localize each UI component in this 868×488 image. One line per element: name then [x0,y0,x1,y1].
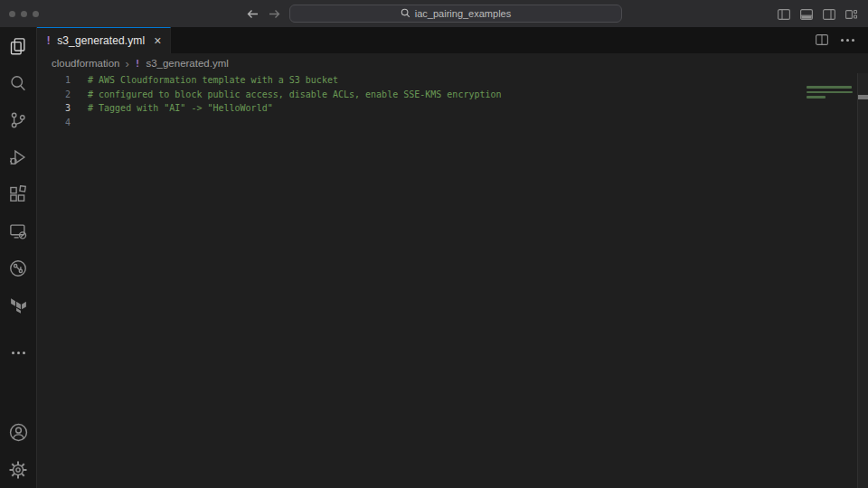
remote-explorer-icon[interactable] [0,212,37,249]
split-editor-icon[interactable] [816,33,828,49]
code-text: # configured to block public access, dis… [71,88,502,102]
scrollbar-overview-ruler[interactable] [857,73,868,488]
code-line-1[interactable]: 1 # AWS Cloudformation template with a S… [37,73,868,88]
more-actions-icon[interactable] [0,334,37,371]
git-graph-icon[interactable] [0,249,37,286]
code-line-4[interactable]: 4 [37,116,868,130]
source-control-icon[interactable] [0,101,37,138]
line-number: 1 [37,73,71,88]
toggle-left-panel-icon[interactable] [778,7,790,23]
close-window-button[interactable] [9,11,15,17]
breadcrumb-file[interactable]: s3_generated.yml [146,58,228,69]
minimap[interactable] [807,86,854,101]
settings-gear-icon[interactable] [0,451,37,488]
toggle-bottom-panel-icon[interactable] [800,7,813,23]
command-center-text: iac_pairing_examples [415,8,511,19]
extensions-icon[interactable] [0,175,37,212]
line-number: 2 [37,88,71,102]
tab-label: s3_generated.yml [57,34,145,47]
forward-arrow-icon[interactable] [268,7,281,23]
terraform-icon[interactable] [0,286,37,324]
breadcrumb-folder[interactable]: cloudformation [52,58,119,69]
zoom-window-button[interactable] [33,11,39,17]
command-center-search[interactable]: iac_pairing_examples [289,5,622,23]
yaml-file-icon-small: ! [135,58,141,70]
tab-s3-generated-yml[interactable]: ! s3_generated.yml × [37,27,171,53]
tab-bar: ! s3_generated.yml × [37,27,868,53]
chevron-right-icon: › [125,58,128,70]
window-controls[interactable] [9,11,39,17]
editor-more-actions-icon[interactable] [841,39,854,42]
activity-bar [0,27,37,488]
breadcrumb: cloudformation › ! s3_generated.yml [37,53,868,73]
explorer-icon[interactable] [0,27,37,64]
code-text [71,116,88,130]
line-number: 3 [37,101,71,116]
close-tab-icon[interactable]: × [154,34,161,47]
yaml-file-icon: ! [45,34,52,47]
editor-group: ! s3_generated.yml × cloudformation › ! … [37,27,868,488]
minimize-window-button[interactable] [21,11,27,17]
run-and-debug-icon[interactable] [0,138,37,175]
code-text: # Tagged with "AI" -> "HelloWorld" [71,101,273,116]
search-icon [401,8,410,20]
code-line-3[interactable]: 3 # Tagged with "AI" -> "HelloWorld" [37,101,868,116]
code-line-2[interactable]: 2 # configured to block public access, d… [37,88,868,102]
title-bar: iac_pairing_examples [0,0,868,27]
code-editor[interactable]: 1 # AWS Cloudformation template with a S… [37,73,868,488]
line-number: 4 [37,116,71,130]
toggle-right-panel-icon[interactable] [823,7,835,23]
accounts-icon[interactable] [0,414,37,451]
code-text: # AWS Cloudformation template with a S3 … [71,73,338,88]
customize-layout-icon[interactable] [845,7,857,23]
back-arrow-icon[interactable] [246,7,259,23]
search-sidebar-icon[interactable] [0,64,37,101]
cursor-position-marker [858,95,868,99]
